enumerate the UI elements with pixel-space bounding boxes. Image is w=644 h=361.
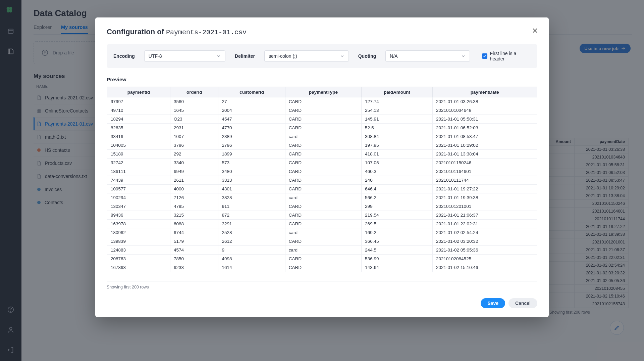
close-button[interactable]: [531, 27, 539, 34]
preview-footer: Showing first 200 rows: [107, 285, 537, 289]
table-cell: 109577: [107, 185, 170, 193]
table-cell: CARD: [285, 115, 361, 124]
table-cell: 2021-01-01 19:27:22: [433, 185, 537, 193]
table-cell: CARD: [285, 97, 361, 106]
table-cell: 2528: [218, 228, 285, 237]
table-cell: 4301: [218, 185, 285, 193]
table-cell: 20210101201001: [433, 202, 537, 211]
table-cell: 169.2: [362, 228, 433, 237]
table-cell: 163978: [107, 220, 170, 228]
table-cell: 2021-01-02 02:54:24: [433, 228, 537, 237]
table-cell: 33416: [107, 132, 170, 141]
quoting-value: N/A: [390, 53, 397, 59]
table-cell: 20210101034648: [433, 106, 537, 115]
table-cell: 292: [170, 150, 218, 159]
table-cell: 82635: [107, 124, 170, 132]
table-row: 927423340573CARD107.0520210101150246: [107, 159, 537, 167]
table-cell: 20210101150246: [433, 159, 537, 167]
table-cell: 536.99: [362, 255, 433, 263]
table-row: 13983951792612CARD366.452021-01-02 03:20…: [107, 237, 537, 246]
preview-table-wrapper[interactable]: paymentIdorderIdcustomerIdpaymentTypepai…: [107, 87, 537, 281]
modal-title: Configuration of Payments-2021-01.csv: [107, 28, 537, 36]
table-cell: 127.74: [362, 97, 433, 106]
table-cell: 573: [218, 159, 285, 167]
table-cell: 2021-01-02 05:05:36: [433, 246, 537, 255]
table-cell: CARD: [285, 237, 361, 246]
table-cell: 4574: [170, 246, 218, 255]
table-cell: 20210102084525: [433, 255, 537, 263]
table-cell: 130347: [107, 202, 170, 211]
table-cell: 74439: [107, 176, 170, 185]
table-row: 1303474795911CARD29920210101201001: [107, 202, 537, 211]
table-cell: 566.2: [362, 193, 433, 202]
table-cell: CARD: [285, 159, 361, 167]
quoting-label: Quoting: [358, 53, 376, 59]
save-button[interactable]: Save: [481, 298, 505, 308]
table-cell: CARD: [285, 106, 361, 115]
table-cell: card: [285, 228, 361, 237]
table-cell: 107.05: [362, 159, 433, 167]
table-cell: 4547: [218, 115, 285, 124]
table-cell: card: [285, 132, 361, 141]
table-cell: 2021-01-01 03:26:38: [433, 97, 537, 106]
table-row: 20876378504998CARD536.9920210102084525: [107, 255, 537, 263]
table-cell: CARD: [285, 202, 361, 211]
delimiter-select[interactable]: semi-colon (;): [264, 50, 349, 62]
table-cell: 4998: [218, 255, 285, 263]
preview-heading: Preview: [107, 77, 537, 83]
encoding-select[interactable]: UTF-8: [144, 50, 225, 62]
table-cell: 2021-01-01 21:06:37: [433, 211, 537, 220]
table-cell: 9: [218, 246, 285, 255]
table-cell: 299: [362, 202, 433, 211]
table-row: 8263529314770CARD52.52021-01-01 06:52:03: [107, 124, 537, 132]
table-cell: 2021-01-01 10:29:02: [433, 141, 537, 150]
table-cell: 3480: [218, 167, 285, 176]
quoting-select[interactable]: N/A: [385, 50, 470, 62]
table-cell: O23: [170, 115, 218, 124]
encoding-label: Encoding: [113, 53, 135, 59]
table-cell: 2611: [170, 176, 218, 185]
table-row: 97997356027CARD127.742021-01-01 03:26:38: [107, 97, 537, 106]
table-cell: CARD: [285, 185, 361, 193]
table-cell: 167863: [107, 263, 170, 272]
preview-table: paymentIdorderIdcustomerIdpaymentTypepai…: [107, 87, 537, 272]
table-cell: 308.84: [362, 132, 433, 141]
modal-filename: Payments-2021-01.csv: [166, 29, 247, 36]
config-bar: Encoding UTF-8 Delimiter semi-colon (;) …: [107, 44, 537, 68]
table-row: 19029471263828card566.22021-01-01 19:39:…: [107, 193, 537, 202]
first-line-header-checkbox[interactable]: First line is a header: [482, 51, 531, 61]
cancel-button[interactable]: Cancel: [508, 298, 537, 308]
table-cell: 5179: [170, 237, 218, 246]
table-cell: 3291: [218, 220, 285, 228]
table-cell: 2021010111744: [433, 176, 537, 185]
table-cell: 1614: [218, 263, 285, 272]
table-cell: 646.4: [362, 185, 433, 193]
table-cell: 366.45: [362, 237, 433, 246]
table-cell: CARD: [285, 263, 361, 272]
table-cell: 4000: [170, 185, 218, 193]
table-cell: 460.3: [362, 167, 433, 176]
table-cell: 15189: [107, 150, 170, 159]
table-row: 4971016452004CARD254.1320210101034648: [107, 106, 537, 115]
table-cell: 49710: [107, 106, 170, 115]
table-cell: 2021-01-02 15:10:46: [433, 263, 537, 272]
modal-actions: Save Cancel: [107, 298, 537, 308]
table-cell: 1899: [218, 150, 285, 159]
table-cell: CARD: [285, 220, 361, 228]
table-row: 7443926113313CARD2402021010111744: [107, 176, 537, 185]
chevron-down-icon: [461, 54, 466, 58]
table-cell: 197.95: [362, 141, 433, 150]
table-cell: 2021-01-01 22:02:31: [433, 220, 537, 228]
table-row: 894363215872CARD219.542021-01-01 21:06:3…: [107, 211, 537, 220]
table-cell: 208763: [107, 255, 170, 263]
table-cell: 104005: [107, 141, 170, 150]
table-cell: 2796: [218, 141, 285, 150]
table-row: 10957740004301CARD646.42021-01-01 19:27:…: [107, 185, 537, 193]
table-cell: 124883: [107, 246, 170, 255]
table-cell: 145.91: [362, 115, 433, 124]
table-cell: 52.5: [362, 124, 433, 132]
configuration-modal: Configuration of Payments-2021-01.csv En…: [95, 17, 549, 317]
table-header: paymentType: [285, 87, 361, 97]
table-cell: 269.5: [362, 220, 433, 228]
modal-title-prefix: Configuration of: [107, 28, 164, 36]
